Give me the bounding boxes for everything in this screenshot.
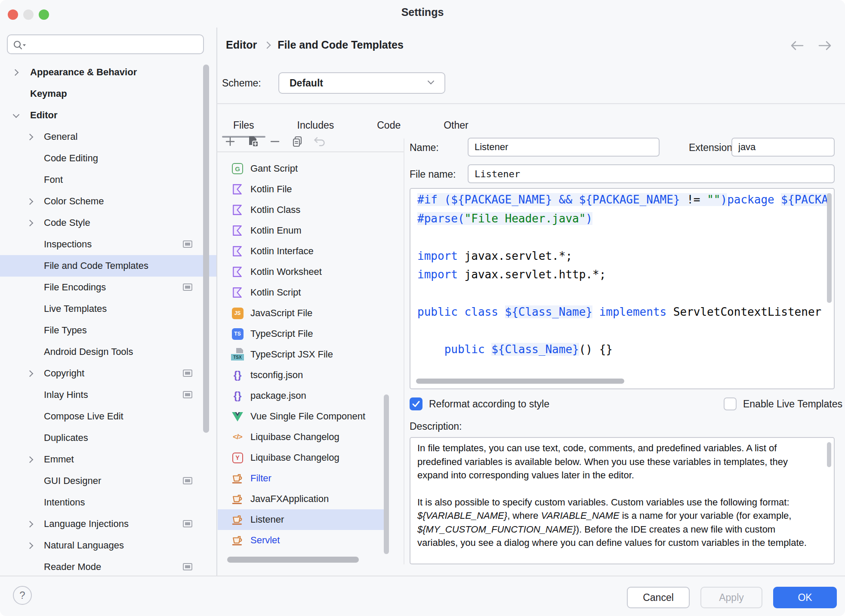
sidebar-item-inlay-hints[interactable]: Inlay Hints xyxy=(0,384,216,406)
template-item-label: Vue Single File Component xyxy=(250,411,365,422)
sidebar-item-reader-mode[interactable]: Reader Mode xyxy=(0,556,216,578)
template-item-label: TypeScript JSX File xyxy=(250,349,333,360)
file-name-field[interactable] xyxy=(468,164,835,183)
list-panel-divider xyxy=(404,139,404,564)
sidebar-scrollbar[interactable] xyxy=(203,65,209,433)
sidebar-item-color-scheme[interactable]: Color Scheme xyxy=(0,191,216,212)
remove-template-button[interactable] xyxy=(267,134,283,151)
editor-horizontal-scrollbar[interactable] xyxy=(416,379,624,384)
tab-other[interactable]: Other xyxy=(432,113,480,138)
chevron-right-icon[interactable] xyxy=(26,218,35,228)
sidebar-item-keymap[interactable]: Keymap xyxy=(0,83,216,105)
back-arrow-icon[interactable] xyxy=(787,37,806,54)
help-button[interactable]: ? xyxy=(13,586,32,605)
search-input[interactable] xyxy=(30,36,200,53)
chevron-right-icon[interactable] xyxy=(26,132,35,142)
sidebar-item-label: Android Design Tools xyxy=(44,346,133,357)
breadcrumb-editor[interactable]: Editor xyxy=(226,39,257,51)
template-list-item-kotlin-interface[interactable]: Kotlin Interface xyxy=(218,241,389,262)
chevron-right-icon[interactable] xyxy=(26,541,35,550)
duplicate-template-button[interactable] xyxy=(289,134,305,151)
sidebar-item-appearance-behavior[interactable]: Appearance & Behavior xyxy=(0,62,216,83)
reformat-checkbox[interactable] xyxy=(410,397,422,410)
template-list-vertical-scrollbar[interactable] xyxy=(384,394,389,554)
sidebar-item-label: Reader Mode xyxy=(44,561,101,573)
template-list-item-servlet[interactable]: Servlet xyxy=(218,530,389,551)
sidebar-item-intentions[interactable]: Intentions xyxy=(0,492,216,513)
template-list-item-liquibase-changelog[interactable]: YLiquibase Changelog xyxy=(218,447,389,468)
sidebar-item-duplicates[interactable]: Duplicates xyxy=(0,427,216,449)
description-label: Description: xyxy=(410,421,462,432)
sidebar-item-live-templates[interactable]: Live Templates xyxy=(0,298,216,320)
sidebar-item-font[interactable]: Font xyxy=(0,169,216,191)
enable-live-templates-checkbox[interactable] xyxy=(724,397,737,410)
ide-settings-monitor-icon xyxy=(183,477,192,484)
template-list-item-liquibase-changelog[interactable]: </>Liquibase Changelog xyxy=(218,427,389,447)
scheme-label: Scheme: xyxy=(222,77,261,89)
scheme-dropdown[interactable]: Default xyxy=(278,72,445,94)
forward-arrow-icon[interactable] xyxy=(816,37,835,54)
chevron-right-icon[interactable] xyxy=(26,455,35,464)
description-scrollbar[interactable] xyxy=(827,442,831,467)
code-line: import javax.servlet.http.*; xyxy=(417,265,823,284)
template-list-item-kotlin-class[interactable]: Kotlin Class xyxy=(218,200,389,220)
cancel-button[interactable]: Cancel xyxy=(627,587,690,608)
chevron-right-icon[interactable] xyxy=(26,369,35,378)
ok-button[interactable]: OK xyxy=(773,587,837,608)
template-list-item-kotlin-worksheet[interactable]: Kotlin Worksheet xyxy=(218,262,389,282)
template-list-item-gant-script[interactable]: GGant Script xyxy=(218,158,389,179)
extension-field[interactable] xyxy=(731,138,835,157)
sidebar-item-code-editing[interactable]: Code Editing xyxy=(0,148,216,169)
sidebar-item-code-style[interactable]: Code Style xyxy=(0,212,216,234)
editor-vertical-scrollbar[interactable] xyxy=(827,193,832,303)
description-paragraph: In file templates, you can use text, cod… xyxy=(417,441,807,482)
settings-search-field[interactable] xyxy=(7,34,204,54)
name-label: Name: xyxy=(410,142,439,154)
sidebar-item-compose-live-edit[interactable]: Compose Live Edit xyxy=(0,406,216,427)
sidebar-item-gui-designer[interactable]: GUI Designer xyxy=(0,470,216,492)
tab-code[interactable]: Code xyxy=(366,113,412,138)
chevron-right-icon[interactable] xyxy=(26,197,35,206)
sidebar-item-emmet[interactable]: Emmet xyxy=(0,449,216,470)
template-list-item-package-json[interactable]: {}package.json xyxy=(218,385,389,406)
sidebar-item-inspections[interactable]: Inspections xyxy=(0,234,216,255)
create-from-template-template-button[interactable] xyxy=(244,134,261,151)
name-field[interactable] xyxy=(468,138,660,157)
template-list-item-listener[interactable]: Listener xyxy=(218,509,389,530)
template-list-item-typescript-jsx-file[interactable]: TSXTypeScript JSX File xyxy=(218,344,389,365)
chevron-right-icon[interactable] xyxy=(11,68,21,77)
sidebar-item-file-types[interactable]: File Types xyxy=(0,320,216,341)
revert-template-button[interactable] xyxy=(311,134,328,151)
file-name-label: File name: xyxy=(410,169,456,180)
search-history-chevron-icon xyxy=(23,44,26,46)
sidebar-item-file-encodings[interactable]: File Encodings xyxy=(0,277,216,298)
kotlin-icon xyxy=(231,203,244,217)
code-line xyxy=(417,284,823,303)
sidebar-item-general[interactable]: General xyxy=(0,126,216,148)
template-list-item-javafxapplication[interactable]: JavaFXApplication xyxy=(218,489,389,509)
chevron-down-icon[interactable] xyxy=(11,111,21,120)
template-list-item-filter[interactable]: Filter xyxy=(218,468,389,489)
sidebar-item-language-injections[interactable]: Language Injections xyxy=(0,513,216,535)
sidebar-item-editor[interactable]: Editor xyxy=(0,105,216,126)
add-template-button[interactable] xyxy=(222,134,238,151)
sidebar-item-android-design-tools[interactable]: Android Design Tools xyxy=(0,341,216,363)
sidebar-item-copyright[interactable]: Copyright xyxy=(0,363,216,384)
chevron-right-icon[interactable] xyxy=(26,519,35,529)
template-list-item-kotlin-file[interactable]: Kotlin File xyxy=(218,179,389,200)
revert-icon xyxy=(313,135,327,150)
template-list-item-kotlin-enum[interactable]: Kotlin Enum xyxy=(218,220,389,241)
template-list-item-tsconfig-json[interactable]: {}tsconfig.json xyxy=(218,365,389,385)
template-list-item-javascript-file[interactable]: JSJavaScript File xyxy=(218,303,389,323)
sidebar-item-file-and-code-templates[interactable]: File and Code Templates xyxy=(0,255,216,277)
template-list-horizontal-scrollbar[interactable] xyxy=(227,557,359,563)
description-paragraph: It is also possible to specify custom va… xyxy=(417,496,807,550)
template-list-item-vue-single-file-component[interactable]: Vue Single File Component xyxy=(218,406,389,427)
template-editor[interactable]: #if (${PACKAGE_NAME} && ${PACKAGE_NAME} … xyxy=(410,188,835,389)
template-list-item-kotlin-script[interactable]: Kotlin Script xyxy=(218,282,389,303)
sidebar-item-natural-languages[interactable]: Natural Languages xyxy=(0,535,216,556)
sidebar-item-label: Editor xyxy=(30,110,58,121)
ts-icon: TS xyxy=(231,327,244,341)
template-list-item-typescript-file[interactable]: TSTypeScript File xyxy=(218,323,389,344)
apply-button[interactable]: Apply xyxy=(700,587,762,608)
